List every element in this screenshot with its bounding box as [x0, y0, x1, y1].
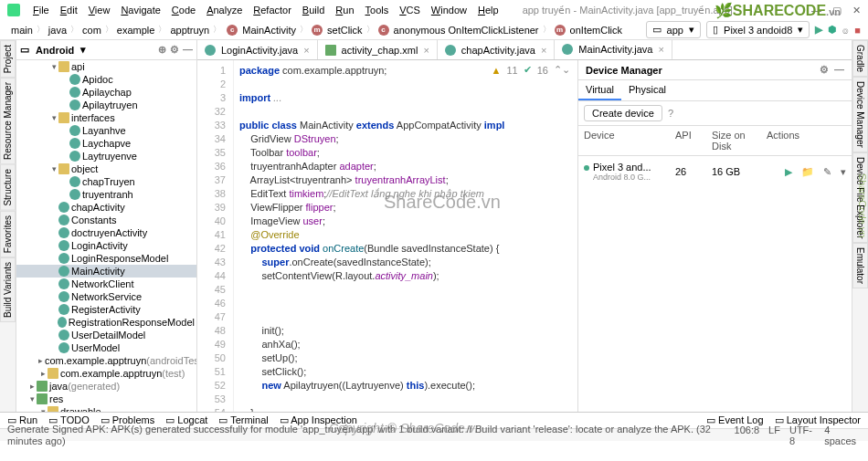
- tree-item[interactable]: NetworkService: [16, 290, 196, 303]
- tree-item[interactable]: chapTruyen: [16, 175, 196, 188]
- menu-analyze[interactable]: Analyze: [201, 3, 248, 17]
- tab-physical[interactable]: Physical: [621, 80, 673, 100]
- menu-run[interactable]: Run: [330, 3, 359, 17]
- tree-item[interactable]: UserModel: [16, 341, 196, 354]
- close-icon[interactable]: ✕: [852, 5, 861, 16]
- app-logo-icon: [7, 4, 20, 16]
- close-tab-icon[interactable]: ×: [303, 45, 309, 56]
- rail-project[interactable]: Project: [0, 40, 16, 78]
- menu-navigate[interactable]: Navigate: [115, 3, 165, 17]
- tree-item[interactable]: ▾drawable: [16, 405, 196, 412]
- menu-edit[interactable]: Edit: [55, 3, 83, 17]
- code-content[interactable]: package com.example.apptruyn; import ...…: [234, 60, 577, 412]
- rail-favorites[interactable]: Favorites: [0, 211, 16, 257]
- status-indicator[interactable]: UTF-8: [789, 424, 815, 446]
- tree-item[interactable]: Laychapve: [16, 137, 196, 150]
- rail-resource-manager[interactable]: Resource Manager: [0, 78, 16, 164]
- tree-item[interactable]: Laytruyenve: [16, 150, 196, 162]
- line-gutter: 1233233343536373839404142434445464748495…: [197, 60, 234, 412]
- device-more-icon[interactable]: ▾: [841, 166, 846, 178]
- project-collapse-icon[interactable]: —: [183, 44, 193, 56]
- menu-refactor[interactable]: Refactor: [248, 3, 297, 17]
- tree-item[interactable]: RegisterActivity: [16, 303, 196, 316]
- rail-structure[interactable]: Structure: [0, 164, 16, 211]
- tree-item[interactable]: ▾object: [16, 162, 196, 175]
- tree-item[interactable]: Layanhve: [16, 124, 196, 137]
- breadcrumb-class[interactable]: c anonymous OnItemClickListener: [375, 24, 543, 37]
- rail-gradle[interactable]: Gradle: [852, 40, 868, 77]
- file-tab[interactable]: activity_chap.xml×: [318, 40, 438, 59]
- status-indicator[interactable]: 106:8: [735, 424, 760, 446]
- menu-file[interactable]: File: [27, 3, 55, 17]
- rail-build-variants[interactable]: Build Variants: [0, 257, 16, 322]
- tree-item[interactable]: doctruyenActivity: [16, 226, 196, 239]
- tab-virtual[interactable]: Virtual: [578, 80, 621, 100]
- device-run-icon[interactable]: ▶: [785, 166, 792, 178]
- breadcrumb-item[interactable]: apptruyn: [166, 24, 213, 37]
- tree-item[interactable]: LoginActivity: [16, 239, 196, 252]
- panel-settings-icon[interactable]: ⚙: [820, 64, 829, 76]
- tree-item[interactable]: ▸com.example.apptruyn (test): [16, 367, 196, 380]
- menu-view[interactable]: View: [83, 3, 116, 17]
- device-api: 26: [675, 166, 712, 177]
- debug-button[interactable]: ⬢: [828, 24, 837, 36]
- device-edit-icon[interactable]: ✎: [823, 166, 831, 178]
- project-tree[interactable]: ▾apiApidocApilaychapApilaytruyen▾interfa…: [16, 60, 196, 412]
- rail-emulator[interactable]: Emulator: [852, 243, 868, 288]
- tree-item[interactable]: MainActivity: [16, 265, 196, 278]
- close-tab-icon[interactable]: ×: [658, 44, 663, 55]
- tree-item[interactable]: Constants: [16, 214, 196, 226]
- device-selector[interactable]: ▯ Pixel 3 andoid8 ▾: [706, 21, 810, 38]
- menu-tools[interactable]: Tools: [360, 3, 395, 17]
- tree-item[interactable]: ▾res: [16, 393, 196, 405]
- run-button[interactable]: ▶: [815, 24, 822, 36]
- device-help-icon[interactable]: ?: [668, 108, 673, 119]
- status-indicator[interactable]: 4 spaces: [824, 424, 861, 446]
- tree-item[interactable]: ▾interfaces: [16, 111, 196, 124]
- device-row[interactable]: Pixel 3 and... Android 8.0 G... 26 16 GB…: [578, 156, 852, 187]
- tree-item[interactable]: Apilaychap: [16, 86, 196, 99]
- profile-button[interactable]: ⌾: [842, 25, 849, 36]
- breadcrumb-class[interactable]: m setClick: [308, 24, 366, 37]
- tree-item[interactable]: chapActivity: [16, 201, 196, 214]
- tree-item[interactable]: ▸java (generated): [16, 380, 196, 393]
- breadcrumb-item[interactable]: example: [113, 24, 159, 37]
- file-tab[interactable]: LoginActivity.java×: [197, 40, 318, 59]
- code-editor[interactable]: 1233233343536373839404142434445464748495…: [197, 60, 577, 412]
- breadcrumb-class[interactable]: m onItemClick: [551, 24, 627, 37]
- create-device-button[interactable]: Create device: [584, 105, 662, 121]
- tree-item[interactable]: ▸com.example.apptruyn (androidTest): [16, 354, 196, 367]
- inspection-badge[interactable]: ▲11 ✔16 ⌃⌄: [492, 64, 570, 76]
- breadcrumb-item[interactable]: main: [7, 24, 37, 37]
- tree-item[interactable]: LoginResponseModel: [16, 252, 196, 265]
- rail-device-manager[interactable]: Device Manager: [852, 77, 868, 152]
- stop-button[interactable]: ■: [854, 25, 861, 36]
- project-target-icon[interactable]: ⊕: [158, 44, 166, 56]
- tree-item[interactable]: RegistrationResponseModel: [16, 316, 196, 329]
- menu-vcs[interactable]: VCS: [394, 3, 426, 17]
- tree-item[interactable]: NetworkClient: [16, 278, 196, 290]
- device-folder-icon[interactable]: 📁: [801, 166, 814, 178]
- status-indicator[interactable]: LF: [768, 424, 780, 446]
- run-config-selector[interactable]: ▭ app ▾: [646, 21, 701, 38]
- menu-build[interactable]: Build: [297, 3, 330, 17]
- main-menu: FileEditViewNavigateCodeAnalyzeRefactorB…: [27, 3, 504, 17]
- tree-item[interactable]: UserDetailModel: [16, 329, 196, 341]
- tree-item[interactable]: ▾api: [16, 60, 196, 73]
- menu-code[interactable]: Code: [166, 3, 201, 17]
- tree-item[interactable]: Apidoc: [16, 73, 196, 86]
- panel-hide-icon[interactable]: —: [834, 64, 844, 76]
- close-tab-icon[interactable]: ×: [541, 45, 546, 56]
- menu-help[interactable]: Help: [472, 3, 504, 17]
- file-tab[interactable]: chapActivity.java×: [438, 40, 556, 59]
- project-panel-header[interactable]: ▭ Android ▾ ⊕ ⚙ —: [16, 40, 196, 60]
- breadcrumb-class[interactable]: c MainActivity: [223, 24, 300, 37]
- menu-window[interactable]: Window: [426, 3, 472, 17]
- tree-item[interactable]: Apilaytruyen: [16, 99, 196, 111]
- breadcrumb-item[interactable]: com: [79, 24, 105, 37]
- project-settings-icon[interactable]: ⚙: [170, 44, 179, 56]
- breadcrumb-item[interactable]: java: [45, 24, 70, 37]
- tree-item[interactable]: truyentranh: [16, 188, 196, 201]
- file-tab[interactable]: MainActivity.java×: [555, 40, 672, 60]
- close-tab-icon[interactable]: ×: [423, 45, 429, 56]
